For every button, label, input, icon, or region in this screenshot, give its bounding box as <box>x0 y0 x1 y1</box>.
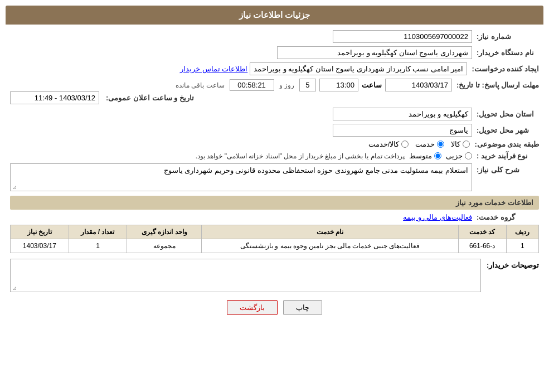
buyer-org-row: نام دستگاه خریدار: شهرداری یاسوج استان ک… <box>10 46 539 59</box>
back-button[interactable]: بازگشت <box>227 300 278 315</box>
need-number-value: 1103005697000022 <box>333 30 472 43</box>
buyer-org-label: نام دستگاه خریدار: <box>472 49 539 57</box>
category-option-kala-khedmat[interactable]: کالا/خدمت <box>368 140 409 148</box>
delivery-city-label: شهر محل تحویل: <box>472 126 539 134</box>
category-radio-kala[interactable] <box>463 141 470 148</box>
response-time-value: 13:00 <box>319 79 358 91</box>
page-title: جزئیات اطلاعات نیاز <box>239 10 310 20</box>
need-number-row: شماره نیاز: 1103005697000022 <box>10 30 539 43</box>
response-time-label: ساعت <box>362 81 382 89</box>
remaining-value: 00:58:21 <box>230 79 274 91</box>
services-table: ردیف کد خدمت نام خدمت واحد اندازه گیری ت… <box>10 225 539 253</box>
category-label-kala: کالا <box>451 140 460 148</box>
process-option-jozi[interactable]: جزیی <box>446 152 472 160</box>
col-date: تاریخ نیاز <box>11 225 69 239</box>
buttons-row: چاپ بازگشت <box>10 300 539 315</box>
delivery-province-row: استان محل تحویل: کهگیلویه و بویراحمد <box>10 108 539 120</box>
cell-code: د-66-661 <box>458 239 506 253</box>
main-content: شماره نیاز: 1103005697000022 نام دستگاه … <box>6 30 543 315</box>
print-button[interactable]: چاپ <box>283 300 322 315</box>
response-date: 1403/03/17 <box>385 79 452 91</box>
process-label-motevaset: متوسط <box>409 152 432 160</box>
creator-value: امیر امامی نسب کاربرداز شهرداری یاسوج اس… <box>250 62 468 75</box>
resize-handle-icon: ⊿ <box>12 184 17 190</box>
category-label-khedmat: خدمت <box>415 140 435 148</box>
table-header-row: ردیف کد خدمت نام خدمت واحد اندازه گیری ت… <box>11 225 539 239</box>
description-label: شرح کلی نیاز: <box>472 163 539 174</box>
creator-link[interactable]: اطلاعات تماس خریدار <box>180 65 247 73</box>
delivery-province-label: استان محل تحویل: <box>472 110 539 118</box>
category-row: طبقه بندی موضوعی: کالا خدمت کالا/خدمت <box>10 140 539 148</box>
process-note: پرداخت تمام یا بخشی از مبلغ خریدار از مح… <box>196 152 405 160</box>
cell-date: 1403/03/17 <box>11 239 69 253</box>
process-options-group: جزیی متوسط پرداخت تمام یا بخشی از مبلغ خ… <box>196 152 472 160</box>
delivery-province-value: کهگیلویه و بویراحمد <box>333 108 472 120</box>
date-value: 1403/03/12 - 11:49 <box>10 91 99 104</box>
cell-name: فعالیت‌های جنبی خدمات مالی بجز تامین وجو… <box>202 239 458 253</box>
buyer-notes-container: ⊿ <box>10 259 481 292</box>
process-row: نوع فرآیند خرید : جزیی متوسط پرداخت تمام… <box>10 152 539 160</box>
col-quantity: تعداد / مقدار <box>69 225 127 239</box>
date-label: تاریخ و ساعت اعلان عمومی: <box>101 94 194 102</box>
response-days-label: روز و <box>278 81 296 89</box>
process-radio-jozi[interactable] <box>465 152 472 159</box>
description-container: استعلام بیمه مسئولیت مدنی جامع شهروندی ح… <box>10 163 472 191</box>
category-label-kala-khedmat: کالا/خدمت <box>368 140 400 148</box>
buyer-notes-value <box>10 259 481 292</box>
datetime-row: 1403/03/17 ساعت 13:00 5 روز و 00:58:21 س… <box>174 79 452 91</box>
page-wrapper: جزئیات اطلاعات نیاز شماره نیاز: 11030056… <box>0 0 549 392</box>
remaining-label: ساعت باقی مانده <box>174 81 226 89</box>
response-deadline-row: مهلت ارسال پاسخ: تا تاریخ: 1403/03/17 سا… <box>10 79 539 104</box>
buyer-org-value: شهرداری یاسوج استان کهگیلویه و بویراحمد <box>277 46 472 59</box>
process-label: نوع فرآیند خرید : <box>472 152 539 160</box>
process-radio-motevaset[interactable] <box>434 152 441 159</box>
service-group-label: گروه خدمت: <box>472 213 539 221</box>
description-value: استعلام بیمه مسئولیت مدنی جامع شهروندی ح… <box>10 163 472 191</box>
description-row: شرح کلی نیاز: استعلام بیمه مسئولیت مدنی … <box>10 163 539 191</box>
process-option-motevaset[interactable]: متوسط <box>409 152 441 160</box>
services-table-header: ردیف کد خدمت نام خدمت واحد اندازه گیری ت… <box>11 225 539 239</box>
notes-resize-handle-icon: ⊿ <box>12 285 17 291</box>
buyer-notes-section: توصیحات خریدار: ⊿ <box>10 259 539 292</box>
creator-row: ایجاد کننده درخواست: امیر امامی نسب کارب… <box>10 62 539 75</box>
page-header: جزئیات اطلاعات نیاز <box>6 6 543 25</box>
category-radio-group: کالا خدمت کالا/خدمت <box>368 140 470 148</box>
cell-quantity: 1 <box>69 239 127 253</box>
need-number-label: شماره نیاز: <box>472 32 539 41</box>
col-row-num: ردیف <box>506 225 538 239</box>
service-group-link[interactable]: فعالیت‌های مالی و بیمه <box>403 213 472 221</box>
category-label: طبقه بندی موضوعی: <box>470 140 539 148</box>
table-row: 1 د-66-661 فعالیت‌های جنبی خدمات مالی بج… <box>11 239 539 253</box>
cell-unit: مجموعه <box>127 239 202 253</box>
category-radio-khedmat[interactable] <box>437 141 444 148</box>
delivery-city-value: یاسوج <box>333 124 472 137</box>
category-option-khedmat[interactable]: خدمت <box>415 140 444 148</box>
response-deadline-label: مهلت ارسال پاسخ: تا تاریخ: <box>452 81 539 89</box>
delivery-city-row: شهر محل تحویل: یاسوج <box>10 124 539 137</box>
creator-label: ایجاد کننده درخواست: <box>467 65 539 73</box>
services-section-title: اطلاعات خدمات مورد نیاز <box>10 196 539 210</box>
col-unit: واحد اندازه گیری <box>127 225 202 239</box>
category-option-kala[interactable]: کالا <box>451 140 470 148</box>
buyer-notes-label: توصیحات خریدار: <box>487 259 539 269</box>
process-label-jozi: جزیی <box>446 152 463 160</box>
response-days-value: 5 <box>299 79 316 91</box>
category-radio-kala-khedmat[interactable] <box>401 141 409 148</box>
services-table-body: 1 د-66-661 فعالیت‌های جنبی خدمات مالی بج… <box>11 239 539 253</box>
col-code: کد خدمت <box>458 225 506 239</box>
col-name: نام خدمت <box>202 225 458 239</box>
cell-row-num: 1 <box>506 239 538 253</box>
service-group-row: گروه خدمت: فعالیت‌های مالی و بیمه <box>10 213 539 221</box>
services-section: اطلاعات خدمات مورد نیاز گروه خدمت: فعالی… <box>10 196 539 292</box>
